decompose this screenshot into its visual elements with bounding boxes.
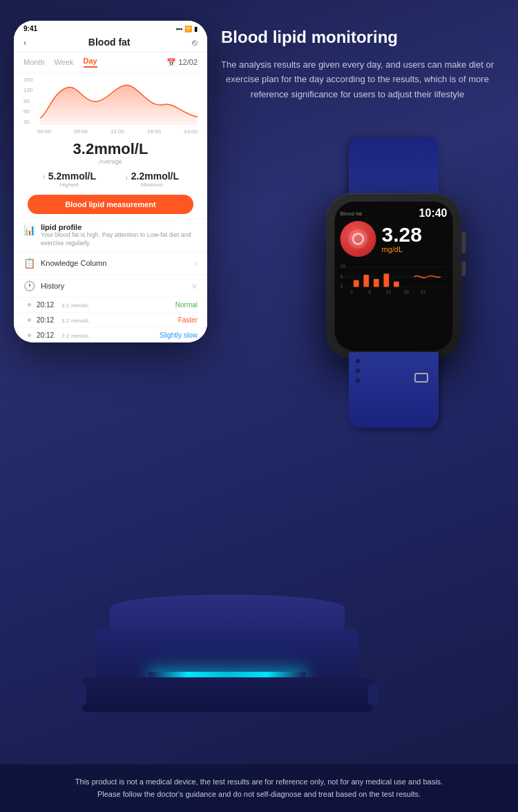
chart-area: 150 120 90 60 30: [14, 72, 207, 135]
disclaimer: This product is not a medical device, th…: [0, 764, 518, 812]
smartwatch-container: Blood fat 10:40 3.28 mg/dL: [276, 138, 511, 497]
chart-x-labels: 00:00 06:00 12:00 18:00 24:00: [23, 128, 198, 135]
watch-buckle: [414, 373, 428, 383]
history-chevron-icon: ∨: [191, 281, 198, 291]
svg-text:15: 15: [340, 264, 346, 269]
phone-tabs: Month Week Day 📅 12/02: [14, 52, 207, 72]
history-time-3: 20:12: [37, 331, 61, 339]
wifi-icon: 🛜: [184, 26, 192, 32]
svg-rect-9: [383, 273, 389, 287]
tab-week[interactable]: Week: [55, 58, 74, 66]
average-value: 3.2mmol/L: [14, 140, 207, 158]
watch-main-value: 3.28: [382, 224, 448, 245]
battery-icon: ▮: [194, 26, 198, 32]
watch-time: 10:40: [419, 207, 448, 220]
average-label: Average: [14, 158, 207, 165]
stat-highest: ↑ 5.2mmol/L Highest: [42, 171, 96, 188]
watch-circle-ring: [352, 233, 365, 245]
watch-strap-top: [349, 138, 439, 200]
svg-text:6: 6: [368, 289, 371, 294]
measure-button[interactable]: Blood lipid measurement: [28, 195, 193, 214]
svg-rect-6: [354, 280, 359, 287]
highest-label: Highest: [42, 182, 96, 188]
history-value-3: 3.2 mmol/L: [61, 331, 160, 339]
disclaimer-line1: This product is not a medical device, th…: [21, 775, 497, 789]
svg-rect-8: [374, 279, 379, 287]
tab-day[interactable]: Day: [84, 57, 97, 68]
knowledge-icon: 📋: [23, 258, 35, 269]
lipid-content: lipid profile Your blood fat is high. Pa…: [41, 223, 198, 247]
history-dot-1: [28, 303, 31, 307]
history-status-2: Faster: [178, 316, 198, 324]
platform-base: [68, 594, 386, 746]
history-dot-2: [28, 318, 31, 322]
history-value-2: 3.2 mmol/L: [61, 316, 178, 324]
history-time-1: 20:12: [37, 301, 61, 309]
tab-month[interactable]: Month: [23, 58, 45, 66]
watch-body: Blood fat 10:40 3.28 mg/dL: [327, 193, 461, 359]
watch-lipid-icon: [340, 221, 376, 257]
tab-date: 📅 12/02: [166, 58, 198, 67]
history-item-1: 20:12 3.2 mmol/L Normal: [14, 297, 207, 312]
platform-bottom: [82, 677, 372, 712]
back-button[interactable]: ‹: [23, 37, 26, 48]
history-row[interactable]: 🕐 History ∨: [14, 274, 207, 297]
highest-arrow-icon: ↑: [42, 173, 46, 181]
knowledge-row[interactable]: 📋 Knowledge Column ›: [14, 251, 207, 274]
svg-text:18: 18: [404, 289, 410, 294]
history-icon: 🕐: [23, 280, 35, 291]
watch-side-button-2[interactable]: [462, 261, 466, 276]
feature-description: The analysis results are given every day…: [221, 57, 494, 102]
blood-fat-chart: [40, 75, 198, 127]
watch-mini-chart: 15 9 3 0 6 12 18 24: [340, 260, 448, 294]
phone-header: ‹ Blood fat ⎋: [14, 34, 207, 52]
watch-inner-circle: [349, 229, 368, 249]
svg-rect-7: [363, 275, 369, 287]
screen-title: Blood fat: [88, 37, 131, 48]
watch-unit: mg/dL: [382, 245, 448, 253]
watch-side-button-1[interactable]: [462, 231, 466, 253]
history-status-3: Slightly slow: [160, 331, 198, 339]
watch-screen-header: Blood fat 10:40: [340, 207, 448, 220]
history-value-1: 3.2 mmol/L: [61, 301, 175, 309]
watch-strap-bottom: [349, 352, 439, 428]
disclaimer-line2: Please follow the doctor's guidance and …: [21, 788, 497, 801]
chart-y-labels: 150 120 90 60 30: [23, 77, 32, 125]
lipid-desc: Your blood fat is high. Pay attention to…: [41, 231, 198, 247]
knowledge-label: Knowledge Column: [41, 259, 189, 267]
watch-label: Blood fat: [340, 211, 363, 217]
history-status-1: Normal: [175, 301, 198, 309]
history-item-2: 20:12 3.2 mmol/L Faster: [14, 312, 207, 327]
svg-text:0: 0: [350, 289, 353, 294]
minimum-label: Minimum: [125, 182, 179, 188]
stat-minimum: ↓ 2.2mmol/L Minimum: [125, 171, 179, 188]
history-time-2: 20:12: [37, 316, 61, 324]
share-button[interactable]: ⎋: [192, 37, 198, 48]
watch-value-section: 3.28 mg/dL: [382, 224, 448, 253]
svg-rect-10: [394, 282, 399, 287]
platform-handle-right: [368, 684, 378, 705]
watch-screen: Blood fat 10:40 3.28 mg/dL: [335, 202, 453, 351]
platform-handle-left: [77, 684, 86, 705]
stats-row: ↑ 5.2mmol/L Highest ↓ 2.2mmol/L Minimum: [14, 168, 207, 191]
minimum-arrow-icon: ↓: [125, 173, 128, 181]
svg-text:24: 24: [421, 289, 426, 294]
watch-content-row: 3.28 mg/dL: [340, 221, 448, 257]
platform-middle: [96, 629, 358, 684]
phone-status-bar: 9:41 ▪▪▪ 🛜 ▮: [14, 21, 207, 34]
svg-text:12: 12: [385, 289, 391, 294]
svg-text:9: 9: [340, 274, 343, 279]
history-label: History: [41, 282, 186, 290]
stats-main: 3.2mmol/L Average: [14, 135, 207, 168]
svg-text:3: 3: [340, 284, 343, 289]
signal-icon: ▪▪▪: [175, 26, 182, 32]
lipid-icon: 📊: [23, 224, 35, 235]
feature-title: Blood lipid monitoring: [221, 28, 494, 48]
lipid-profile-section: 📊 lipid profile Your blood fat is high. …: [14, 218, 207, 251]
lipid-title: lipid profile: [41, 223, 198, 231]
history-item-3: 20:12 3.2 mmol/L Slightly slow: [14, 327, 207, 342]
platform-light-bar: [148, 672, 306, 677]
status-icons: ▪▪▪ 🛜 ▮: [175, 26, 198, 32]
status-time: 9:41: [23, 25, 37, 32]
chart-fill: [40, 85, 198, 125]
